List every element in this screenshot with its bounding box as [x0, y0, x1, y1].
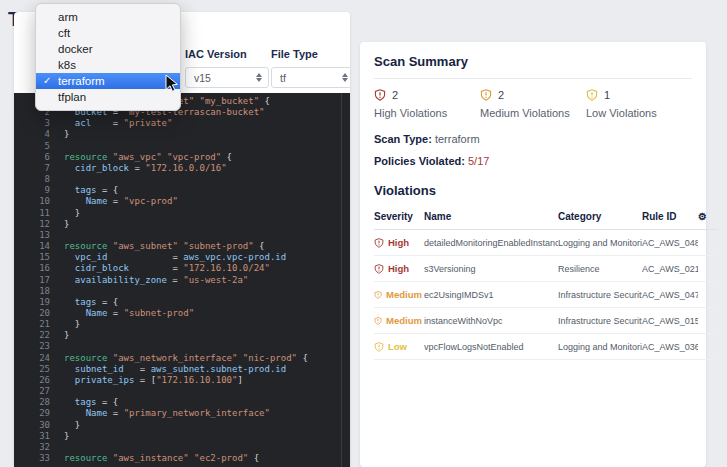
iac-version-value: v15 [194, 72, 211, 84]
line-number: 22 [14, 330, 50, 341]
col-rule-id: Rule ID [642, 206, 698, 230]
file-type-select[interactable]: tf [271, 67, 350, 88]
code-editor[interactable]: 1resource "aws_s3_bucket" "my_bucket" {2… [14, 93, 350, 467]
code-text: subnet_id = aws_subnet.subnet-prod.id [64, 364, 286, 375]
dropdown-item-k8s[interactable]: k8s [36, 57, 180, 73]
shield-severity-icon [374, 316, 382, 326]
stat-count: 1 [604, 89, 610, 101]
editor-scrollbar[interactable] [341, 93, 342, 467]
code-text: private_ips = ["172.16.10.100"] [64, 375, 243, 386]
checkmark-icon: ✓ [43, 73, 51, 89]
scan-results-card: Scan Summary 2High Violations2Medium Vio… [360, 42, 706, 467]
line-number: 31 [14, 431, 50, 442]
line-number: 25 [14, 364, 50, 375]
stat-label: Low Violations [586, 107, 692, 119]
code-text: vpc_id = aws_vpc.vpc-prod.id [64, 252, 286, 263]
line-number: 20 [14, 308, 50, 319]
line-number: 29 [14, 408, 50, 419]
code-line: 22} [14, 330, 350, 341]
violation-category: Infrastructure Security [558, 308, 642, 334]
stat-medium-violations: 2Medium Violations [480, 89, 586, 119]
file-type-field: File Type tf [271, 48, 350, 88]
iac-type-dropdown: armcftdockerk8s✓terraformtfplan [35, 3, 181, 111]
violation-category: Infrastructure Security [558, 282, 642, 308]
line-number: 5 [14, 141, 50, 152]
code-line: 29 Name = "primary_network_interface" [14, 408, 350, 419]
code-line: 20 Name = "subnet-prod" [14, 308, 350, 319]
violation-row[interactable]: LowvpcFlowLogsNotEnabledLogging and Moni… [374, 334, 718, 360]
file-type-label: File Type [271, 48, 350, 60]
severity-label: Medium [386, 315, 422, 326]
line-number: 3 [14, 118, 50, 129]
shield-severity-icon [374, 342, 384, 352]
code-line: 23 [14, 341, 350, 352]
file-type-value: tf [280, 72, 286, 84]
violation-rule-id: AC_AWS_0479 [642, 282, 698, 308]
code-line: 33resource "aws_instance" "ec2-prod" { [14, 453, 350, 464]
line-number: 18 [14, 286, 50, 297]
violation-name: instanceWithNoVpc [424, 308, 558, 334]
code-line: 24resource "aws_network_interface" "nic-… [14, 353, 350, 364]
code-text: resource "aws_instance" "ec2-prod" { [64, 453, 259, 464]
dropdown-item-docker[interactable]: docker [36, 41, 180, 57]
line-number: 32 [14, 442, 50, 453]
violations-title: Violations [374, 183, 692, 198]
code-text: tags = { [64, 185, 118, 196]
severity-label: High [388, 237, 409, 248]
stat-low-violations: 1Low Violations [586, 89, 692, 119]
code-line: 4} [14, 129, 350, 140]
line-number: 33 [14, 453, 50, 464]
policies-violated-row: Policies Violated: 5/17 [374, 155, 692, 167]
severity-label: Low [388, 341, 407, 352]
shield-severity-icon [374, 238, 384, 248]
code-line: 9 tags = { [14, 185, 350, 196]
code-line: 6resource "aws_vpc" "vpc-prod" { [14, 152, 350, 163]
code-text: } [64, 208, 80, 219]
line-number: 11 [14, 208, 50, 219]
violation-name: ec2UsingIMDSv1 [424, 282, 558, 308]
code-text: Name = "primary_network_interface" [64, 408, 270, 419]
line-number: 15 [14, 252, 50, 263]
code-text: } [64, 319, 80, 330]
code-line: 21 } [14, 319, 350, 330]
violation-row[interactable]: Highs3VersioningResilienceAC_AWS_0214 [374, 256, 718, 282]
violation-rule-id: AC_AWS_0480 [642, 230, 698, 256]
violation-category: Logging and Monitoring [558, 230, 642, 256]
code-text: acl = "private" [64, 118, 172, 129]
dropdown-item-terraform[interactable]: ✓terraform [36, 73, 180, 89]
col-name: Name [424, 206, 558, 230]
code-text: tags = { [64, 397, 118, 408]
dropdown-item-arm[interactable]: arm [36, 9, 180, 25]
code-text: cidr_block = "172.16.10.0/24" [64, 263, 270, 274]
code-text: tags = { [64, 297, 118, 308]
violation-rule-id: AC_AWS_0214 [642, 256, 698, 282]
divider [374, 78, 692, 79]
scan-type-value: terraform [435, 133, 480, 145]
line-number: 19 [14, 297, 50, 308]
severity-label: Medium [386, 289, 422, 300]
line-number: 14 [14, 241, 50, 252]
policies-violated-value: 5/17 [468, 155, 489, 167]
violation-row[interactable]: Mediumec2UsingIMDSv1Infrastructure Secur… [374, 282, 718, 308]
line-number: 9 [14, 185, 50, 196]
line-number: 27 [14, 386, 50, 397]
code-line: 19 tags = { [14, 297, 350, 308]
severity-label: High [388, 263, 409, 274]
code-line: 32 [14, 442, 350, 453]
policies-violated-label: Policies Violated: [374, 155, 468, 167]
code-line: 11 } [14, 208, 350, 219]
violation-row[interactable]: HighdetailedMonitoringEnabledInstanceLog… [374, 230, 718, 256]
violation-name: vpcFlowLogsNotEnabled [424, 334, 558, 360]
iac-version-select[interactable]: v15 [185, 67, 269, 88]
table-settings-gear-icon[interactable]: ⚙ [698, 206, 718, 230]
code-line: 12} [14, 219, 350, 230]
dropdown-item-cft[interactable]: cft [36, 25, 180, 41]
code-text: } [64, 420, 80, 431]
dropdown-item-tfplan[interactable]: tfplan [36, 89, 180, 105]
stat-count: 2 [392, 89, 398, 101]
code-line: 18 [14, 286, 350, 297]
violation-row[interactable]: MediuminstanceWithNoVpcInfrastructure Se… [374, 308, 718, 334]
shield-severity-icon [586, 89, 598, 101]
code-text: Name = "subnet-prod" [64, 308, 194, 319]
code-line: 30 } [14, 420, 350, 431]
